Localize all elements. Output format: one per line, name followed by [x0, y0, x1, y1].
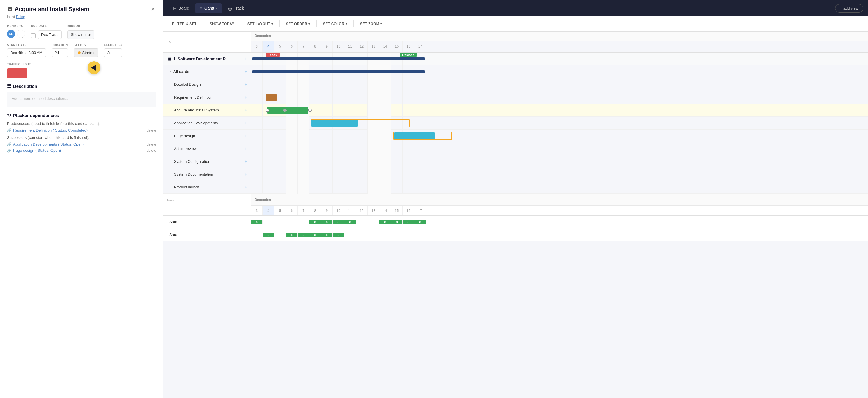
order-chevron: ▾ [309, 22, 310, 25]
gantt-name-g1[interactable]: ▣ 1. Software Development P+ [163, 56, 251, 62]
timeline-cell-14 [379, 155, 391, 168]
gantt-name-t1[interactable]: Detailed Design+ [163, 82, 251, 87]
gantt-name-t6[interactable]: Article review+ [163, 146, 251, 151]
description-section: ☰ Description Add a more detailed descri… [7, 84, 156, 107]
timeline-cell-14 [379, 181, 391, 194]
timeline-cell-5 [274, 129, 286, 143]
timeline-cell-12 [356, 78, 368, 91]
filter-set-button[interactable]: FILTER & SET [169, 20, 199, 28]
effort-label: EFFORT (E) [104, 43, 122, 47]
gantt-bar-g1[interactable] [252, 58, 425, 60]
gantt-name-t4[interactable]: Application Developments+ [163, 121, 251, 126]
timeline-cell-3 [251, 91, 263, 104]
description-input[interactable]: Add a more detailed description... [7, 92, 156, 107]
timeline-cell-3 [251, 168, 263, 181]
successor-link-2[interactable]: 🔗 Page design ( Status: Open) [7, 148, 61, 153]
today-line [269, 143, 269, 155]
gantt-name-allcards[interactable]: ▫ All cards+ [163, 69, 251, 74]
add-task-btn-t1[interactable]: + [245, 82, 247, 87]
bar-handle-left[interactable] [266, 109, 269, 112]
gantt-name-t7[interactable]: System Configuration+ [163, 159, 251, 164]
add-task-btn-t4[interactable]: + [245, 121, 247, 126]
add-task-btn-g1[interactable]: + [245, 56, 247, 62]
duedate-checkbox[interactable] [31, 33, 36, 38]
timeline-cell-10 [333, 91, 344, 104]
add-view-button[interactable]: + add view [835, 4, 863, 12]
gantt-icon: ≡ [199, 5, 202, 11]
startdate-value[interactable]: Dec 4th at 8:00 AM [7, 49, 46, 57]
resource-cell-sara-10: 8 [333, 233, 344, 237]
gantt-bar-t2[interactable] [266, 94, 277, 101]
toolbar-divider-1 [203, 21, 203, 27]
successor-text-1: Application Developments ( Status: Open) [13, 142, 84, 147]
resource-day-9: 9 [321, 206, 333, 215]
month-row: December [251, 32, 868, 41]
timeline-cell-9 [321, 104, 333, 117]
add-task-btn-t9[interactable]: + [245, 185, 247, 190]
resource-cell-sam-16: 8 [403, 220, 414, 224]
tab-board[interactable]: ⊞ Board [168, 3, 194, 13]
members-label: MEMBERS [7, 24, 25, 27]
timeline-cell-6 [286, 117, 298, 129]
traffic-light-box[interactable] [7, 68, 27, 78]
effort-value[interactable]: 2d [104, 49, 122, 57]
show-mirror-button[interactable]: Show mirror [67, 30, 94, 39]
resource-cell-sara-9: 8 [321, 233, 333, 237]
gantt-name-t5[interactable]: Page design+ [163, 133, 251, 139]
timeline-cell-16 [403, 78, 414, 91]
gantt-bar-allcards[interactable] [252, 70, 425, 73]
timeline-cell-15 [391, 143, 403, 155]
gantt-timeline-allcards [251, 65, 868, 78]
status-field: STATUS Started [74, 43, 98, 57]
set-layout-button[interactable]: SET LAYOUT ▾ [245, 20, 276, 28]
resource-days-cells: 34567891011121314151617 [251, 206, 868, 215]
successor-link-1[interactable]: 🔗 Application Developments ( Status: Ope… [7, 142, 84, 147]
add-task-btn-t8[interactable]: + [245, 172, 247, 177]
set-color-button[interactable]: SET COLOR ▾ [320, 20, 350, 28]
gantt-bar-t4[interactable] [311, 120, 358, 127]
gantt-bar-t5[interactable] [394, 132, 435, 140]
timeline-cell-8 [309, 78, 321, 91]
predecessor-link[interactable]: 🔗 Requirement Definition ( Status: Compl… [7, 128, 88, 132]
successor-delete-button-2[interactable]: delete [147, 149, 156, 153]
gantt-bar-t3[interactable] [267, 107, 308, 114]
set-zoom-button[interactable]: SET ZOOM ▾ [357, 20, 385, 28]
gantt-row-t5: Page design+ [163, 129, 868, 143]
gantt-name-t2[interactable]: Requirement Definition+ [163, 95, 251, 100]
set-order-button[interactable]: SET ORDER ▾ [283, 20, 313, 28]
timeline-cell-6 [286, 129, 298, 143]
gantt-name-t9[interactable]: Product launch+ [163, 185, 251, 190]
toolbar-divider-4 [316, 21, 317, 27]
predecessor-delete-button[interactable]: delete [147, 128, 156, 132]
resource-cell-sam-8: 8 [309, 220, 321, 224]
gantt-name-t8[interactable]: System Documentation+ [163, 172, 251, 177]
today-line [269, 53, 269, 65]
predecessor-item: 🔗 Requirement Definition ( Status: Compl… [7, 128, 156, 132]
deadline-line [403, 104, 403, 117]
tab-track[interactable]: ◎ Track [223, 3, 248, 13]
close-button[interactable]: × [149, 6, 156, 13]
successor-delete-button-1[interactable]: delete [147, 143, 156, 147]
add-task-btn-t5[interactable]: + [245, 133, 247, 139]
add-task-btn-t2[interactable]: + [245, 95, 247, 100]
duedate-value[interactable]: Dec 7 at... [38, 30, 62, 39]
deadline-line [403, 117, 403, 129]
resource-name-sara: Sara [163, 233, 251, 237]
timeline-cell-3 [251, 155, 263, 168]
link-icon: 🔗 [7, 128, 11, 132]
avatar[interactable]: SR [7, 30, 15, 38]
duration-value[interactable]: 2d [52, 49, 68, 57]
add-task-btn-t3[interactable]: + [245, 108, 247, 113]
add-task-btn-t6[interactable]: + [245, 146, 247, 151]
status-badge[interactable]: Started [74, 49, 98, 57]
add-task-btn-allcards[interactable]: + [245, 69, 247, 74]
add-task-btn-t7[interactable]: + [245, 159, 247, 164]
add-member-button[interactable]: + [17, 30, 25, 38]
tab-gantt[interactable]: ≡ Gantt ▾ [195, 3, 222, 13]
list-link[interactable]: Doing [16, 15, 25, 19]
bar-handle-right[interactable] [308, 109, 312, 112]
timeline-cell-16 [403, 104, 414, 117]
show-today-button[interactable]: SHOW TODAY [207, 20, 237, 28]
gantt-name-t3[interactable]: Acquire and Install System+ [163, 108, 251, 113]
plus-minus-label[interactable]: +/- [167, 40, 171, 44]
